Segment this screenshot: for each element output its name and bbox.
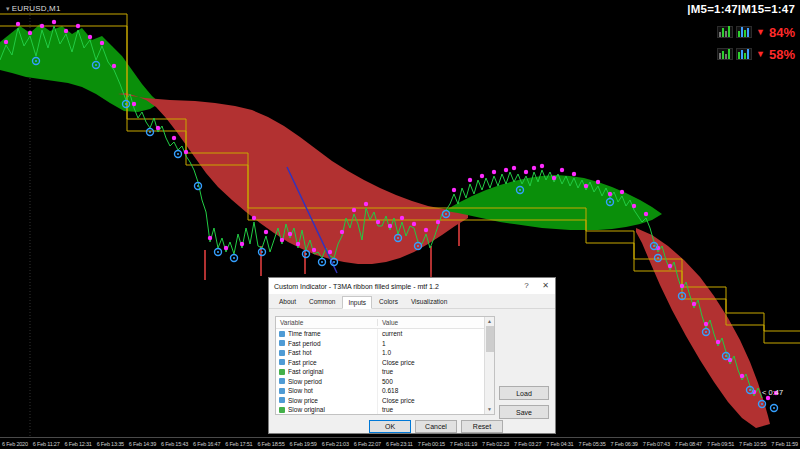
input-type-icon [279, 350, 285, 356]
input-row[interactable]: Time frame current [276, 329, 494, 339]
tab-common[interactable]: Common [303, 295, 341, 308]
symbol-timeframe-label: ▾EURUSD,M1 [6, 4, 61, 13]
time-axis-label: 6 Feb 19:59 [290, 441, 317, 447]
reset-button[interactable]: Reset [461, 420, 503, 433]
strength-percent: 84% [769, 25, 795, 40]
input-row[interactable]: Fast original true [276, 367, 494, 377]
time-axis-label: 7 Feb 06:39 [611, 441, 638, 447]
time-axis[interactable]: 6 Feb 2020 6 Feb 11:27 6 Feb 12:31 6 Feb… [0, 437, 800, 449]
histogram-icon-blue [736, 48, 752, 60]
time-axis-label: 7 Feb 02:23 [482, 441, 509, 447]
tab-colors[interactable]: Colors [373, 295, 404, 308]
inputs-table: Variable Value Time frame current Fast p… [275, 316, 495, 415]
input-row[interactable]: Fast hot 1.0 [276, 348, 494, 358]
input-type-icon [279, 359, 285, 365]
histogram-icon-green [717, 26, 733, 38]
time-axis-label: 6 Feb 15:43 [161, 441, 188, 447]
input-type-icon [279, 369, 285, 375]
ribbon-fill-bear-right [636, 228, 770, 428]
bear-spike [204, 250, 206, 280]
down-arrow-icon: ▼ [756, 28, 765, 37]
histogram-icon-green [717, 48, 733, 60]
time-axis-label: 7 Feb 05:35 [578, 441, 605, 447]
dropdown-icon: ▾ [6, 5, 10, 12]
scroll-up-icon[interactable]: ▲ [485, 317, 494, 326]
strength-gauge-row: ▼ 84% [717, 24, 795, 40]
input-type-icon [279, 378, 285, 384]
time-axis-label: 6 Feb 18:55 [257, 441, 284, 447]
time-axis-label: 6 Feb 12:31 [65, 441, 92, 447]
time-axis-label: 6 Feb 2020 [2, 441, 28, 447]
time-axis-label: 7 Feb 11:59 [771, 441, 798, 447]
dialog-title: Custom Indicator - T3MA ribbon filled si… [269, 283, 517, 290]
candle-countdown: < 0:47 [762, 388, 783, 397]
save-button[interactable]: Save [499, 405, 549, 419]
input-row[interactable]: Fast price Close price [276, 358, 494, 368]
bear-spike [260, 246, 262, 276]
time-axis-label: 6 Feb 14:39 [129, 441, 156, 447]
dialog-tabs: About Common Inputs Colors Visualization [269, 294, 555, 309]
column-value: Value [378, 319, 494, 326]
input-row[interactable]: Slow hot 0.618 [276, 386, 494, 396]
table-header: Variable Value [276, 317, 494, 329]
strength-gauge-row: ▼ 58% [717, 46, 795, 62]
scrollbar-thumb[interactable] [486, 326, 494, 352]
time-axis-label: 7 Feb 09:51 [707, 441, 734, 447]
help-button[interactable]: ? [517, 278, 536, 294]
mt4-window: ▾EURUSD,M1 |M5=1:47|M15=1:47 ▼ 84% ▼ 58%… [0, 0, 800, 449]
cancel-button[interactable]: Cancel [415, 420, 457, 433]
time-axis-label: 6 Feb 21:03 [322, 441, 349, 447]
input-type-icon [279, 397, 285, 403]
time-axis-label: 6 Feb 16:47 [193, 441, 220, 447]
time-axis-label: 6 Feb 17:51 [225, 441, 252, 447]
indicator-dialog: Custom Indicator - T3MA ribbon filled si… [268, 277, 556, 434]
time-axis-label: 7 Feb 07:43 [643, 441, 670, 447]
time-axis-label: 7 Feb 00:15 [418, 441, 445, 447]
input-row[interactable]: Slow price Close price [276, 396, 494, 406]
time-axis-label: 7 Feb 08:47 [675, 441, 702, 447]
load-button[interactable]: Load [499, 386, 549, 400]
input-row[interactable]: Fast period 1 [276, 339, 494, 349]
input-type-icon [279, 340, 285, 346]
input-row[interactable]: Slow period 500 [276, 377, 494, 387]
tab-inputs[interactable]: Inputs [342, 296, 372, 309]
input-type-icon [279, 407, 285, 413]
ok-button[interactable]: OK [369, 420, 411, 433]
time-axis-label: 7 Feb 04:31 [546, 441, 573, 447]
table-scrollbar[interactable]: ▲ ▼ [484, 317, 494, 414]
time-axis-label: 7 Feb 01:19 [450, 441, 477, 447]
strength-percent: 58% [769, 47, 795, 62]
dialog-titlebar[interactable]: Custom Indicator - T3MA ribbon filled si… [269, 278, 555, 294]
histogram-icon-blue [736, 26, 752, 38]
time-axis-label: 6 Feb 11:27 [33, 441, 60, 447]
time-axis-label: 7 Feb 10:55 [739, 441, 766, 447]
time-axis-label: 6 Feb 23:11 [386, 441, 413, 447]
mtf-countdown-label: |M5=1:47|M15=1:47 [687, 3, 795, 15]
time-axis-label: 7 Feb 03:27 [514, 441, 541, 447]
time-axis-label: 6 Feb 13:35 [97, 441, 124, 447]
down-arrow-icon: ▼ [756, 50, 765, 59]
close-button[interactable]: ✕ [536, 278, 555, 294]
tab-about[interactable]: About [273, 295, 302, 308]
input-type-icon [279, 331, 285, 337]
tab-visualization[interactable]: Visualization [405, 295, 453, 308]
time-axis-label: 6 Feb 22:07 [354, 441, 381, 447]
column-variable: Variable [276, 319, 378, 326]
input-type-icon [279, 388, 285, 394]
bear-spike [458, 212, 460, 246]
scroll-down-icon[interactable]: ▼ [485, 405, 494, 414]
input-row[interactable]: Slow original true [276, 405, 494, 415]
ribbon-fill-bull-mid [446, 175, 662, 230]
